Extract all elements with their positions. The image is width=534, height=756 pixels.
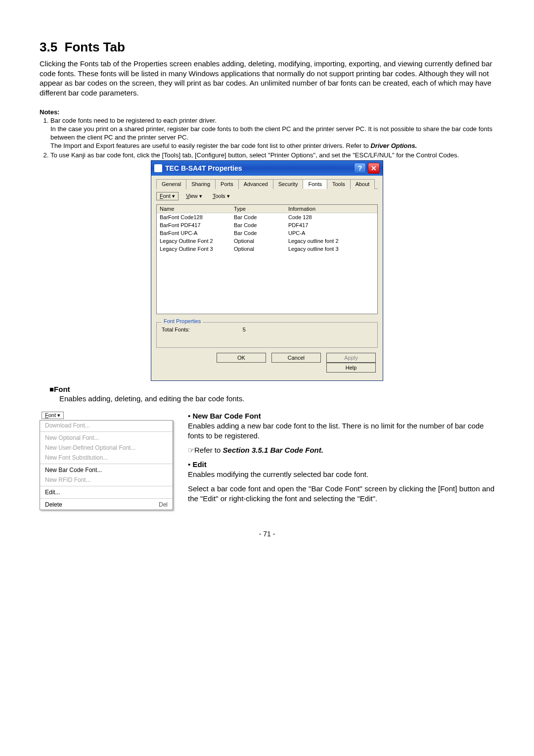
dialog-titlebar: TEC B-SA4T Properties ? ✕ (151, 161, 383, 176)
tab-strip: General Sharing Ports Advanced Security … (156, 179, 378, 189)
menu-separator (40, 498, 173, 499)
font-menu-button[interactable]: Font (156, 192, 178, 200)
font-menu-button-small[interactable]: Font (42, 412, 64, 419)
font-list[interactable]: Name Type Information BarFont Code128Bar… (156, 204, 378, 314)
font-properties-legend: Font Properties (162, 318, 203, 324)
section-heading: 3.5 Fonts Tab (40, 40, 494, 55)
menu-download-font[interactable]: Download Font... (40, 421, 173, 430)
menu-separator (40, 486, 173, 486)
menu-new-user-defined-optional-font[interactable]: New User-Defined Optional Font... (40, 443, 173, 453)
tab-advanced[interactable]: Advanced (238, 179, 273, 189)
list-row[interactable]: Legacy Outline Font 2OptionalLegacy outl… (157, 237, 377, 245)
font-dropdown-menu: Download Font... New Optional Font... Ne… (40, 420, 173, 510)
tab-general[interactable]: General (156, 179, 186, 189)
help-button[interactable]: Help (326, 363, 376, 373)
note-item: To use Kanji as bar code font, click the… (50, 151, 494, 160)
list-row[interactable]: BarFont UPC-ABar CodeUPC-A (157, 229, 377, 237)
dialog-button-row: OK Cancel Apply Help (156, 348, 378, 376)
font-properties-group: Font Properties Total Fonts: 5 (156, 322, 378, 348)
ok-button[interactable]: OK (217, 353, 266, 363)
cancel-button[interactable]: Cancel (271, 353, 321, 363)
app-icon (154, 164, 162, 172)
notes-label: Notes: (40, 108, 494, 116)
properties-dialog: TEC B-SA4T Properties ? ✕ General Sharin… (151, 160, 383, 381)
tab-ports[interactable]: Ports (215, 179, 239, 189)
apply-button[interactable]: Apply (326, 353, 376, 363)
close-icon[interactable]: ✕ (368, 163, 380, 174)
tab-sharing[interactable]: Sharing (186, 179, 216, 189)
list-header: Name Type Information (157, 205, 377, 213)
note-item: Bar code fonts need to be registered to … (50, 117, 494, 150)
tools-menu-button[interactable]: Tools (210, 192, 233, 200)
menu-edit[interactable]: Edit... (40, 487, 173, 497)
font-subheading: Font (49, 385, 494, 393)
font-dropdown-area: Font Download Font... New Optional Font.… (40, 412, 173, 510)
toolbar: Font View Tools (156, 192, 378, 200)
tab-about[interactable]: About (350, 179, 375, 189)
list-row[interactable]: BarFont PDF417Bar CodePDF417 (157, 221, 377, 229)
tab-security[interactable]: Security (273, 179, 304, 189)
help-icon[interactable]: ? (354, 163, 366, 174)
font-subdesc: Enables adding, deleting, and editing th… (59, 394, 494, 403)
right-description: • New Bar Code Font Enables adding a new… (188, 412, 494, 508)
notes-list: Bar code fonts need to be registered to … (40, 117, 494, 159)
menu-new-optional-font[interactable]: New Optional Font... (40, 433, 173, 443)
list-row[interactable]: BarFont Code128Bar CodeCode 128 (157, 213, 377, 221)
tab-fonts[interactable]: Fonts (303, 179, 327, 189)
section-intro: Clicking the Fonts tab of the Properties… (40, 59, 494, 97)
view-menu-button[interactable]: View (183, 192, 205, 200)
menu-new-font-substitution[interactable]: New Font Substitution... (40, 453, 173, 463)
menu-separator (40, 464, 173, 464)
menu-separator (40, 431, 173, 432)
tab-tools[interactable]: Tools (327, 179, 351, 189)
menu-new-bar-code-font[interactable]: New Bar Code Font... (40, 465, 173, 475)
dialog-title: TEC B-SA4T Properties (165, 164, 354, 172)
menu-delete[interactable]: Delete Del (40, 500, 173, 510)
page-number: - 71 - (40, 530, 494, 538)
menu-new-rfid-font[interactable]: New RFID Font... (40, 475, 173, 485)
list-row[interactable]: Legacy Outline Font 3OptionalLegacy outl… (157, 245, 377, 253)
